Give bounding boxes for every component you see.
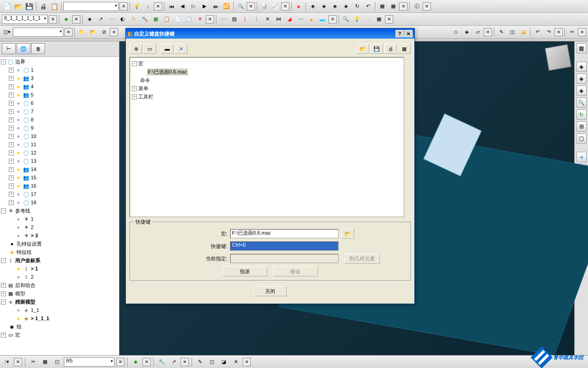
project-dropdown[interactable]: 8_1_1_1_1_1_1 (2, 15, 48, 24)
edit-icon-1[interactable]: ✎ (496, 27, 506, 37)
close-toolbar-12[interactable]: ✕ (64, 28, 73, 36)
rewind-icon[interactable]: ⏮ (166, 1, 176, 12)
shortcut-input[interactable]: Ctrl+E (230, 242, 339, 251)
dlg-exp-macro[interactable]: − (132, 61, 137, 66)
refline-item[interactable]: ●✳1 (1, 215, 118, 223)
path-icon-4[interactable]: ⋮ (251, 14, 261, 24)
explorer-tree[interactable]: −◯边界 +●◯1+●👥3+●👥4+●👥5+●◯6+●◯7+●◯8+●◯9+●◯… (0, 57, 119, 364)
boundary-item[interactable]: +●◯11 (1, 140, 118, 149)
close-toolbar-6[interactable]: ✕ (423, 2, 431, 11)
bulb-icon[interactable]: ● (15, 183, 22, 189)
expander-layers[interactable]: + (1, 283, 6, 288)
expander-boundary[interactable]: − (1, 59, 6, 64)
bulb-icon[interactable]: ● (15, 315, 22, 322)
bulb-icon[interactable]: ● (15, 133, 22, 139)
copy-icon[interactable]: 📋 (49, 1, 59, 12)
dlg-tb-delete-icon[interactable]: ✕ (175, 44, 187, 54)
close-toolbar-16[interactable]: ✕ (578, 28, 586, 36)
play-icon[interactable]: ▷ (188, 1, 198, 12)
dlg-tb-save-icon[interactable]: 💾 (370, 44, 383, 54)
layer-icon-2[interactable]: 📈 (270, 1, 280, 12)
boundary-item[interactable]: +●◯12 (1, 149, 118, 157)
rt-cube3-icon[interactable]: ◈ (577, 86, 587, 96)
cut-icon[interactable]: ✂ (567, 27, 577, 37)
cube-icon-3[interactable]: ◈ (330, 1, 340, 12)
file-open-icon[interactable]: 📂 (13, 1, 23, 12)
cancel-icon[interactable]: ⊘ (99, 27, 109, 37)
file-new-icon[interactable]: 📄 (2, 1, 12, 12)
boundary-item[interactable]: +●👥14 (1, 165, 118, 173)
bulb-icon[interactable]: ● (15, 150, 22, 156)
prev-icon[interactable]: ◀ (177, 1, 187, 12)
expander-residual[interactable]: − (1, 299, 6, 305)
bulb-icon[interactable]: ● (15, 116, 22, 123)
op-icon-10[interactable]: 🕐 (184, 14, 194, 24)
dlg-tb-print-icon[interactable]: 🖨 (384, 44, 397, 54)
close-toolbar-7[interactable]: ✕ (49, 15, 57, 23)
bulb2-icon[interactable]: 💡 (352, 14, 362, 24)
close-toolbar-11[interactable]: ✕ (385, 15, 393, 23)
close-toolbar-15[interactable]: ✕ (554, 28, 563, 36)
dropdown-1[interactable] (63, 2, 119, 11)
boundary-item[interactable]: +●👥4 (1, 82, 118, 91)
dialog-titlebar[interactable]: ◧ 自定义键盘快捷键 ? ✕ (126, 29, 414, 39)
undo-icon[interactable]: ↶ (363, 1, 373, 12)
dlg-macro-file[interactable]: F:\已选面0.6.mac (147, 69, 188, 75)
search-icon[interactable]: 🔍 (236, 1, 246, 12)
status-close-4[interactable]: ✕ (181, 358, 189, 366)
cube-green-icon[interactable]: ◈ (61, 14, 71, 24)
boundary-item[interactable]: +●◯6 (1, 99, 118, 107)
op-icon-3[interactable]: 〰 (107, 14, 117, 24)
close-toolbar-1[interactable]: ✕ (119, 2, 128, 11)
magnet-icon[interactable]: ∩ (363, 14, 373, 24)
close-toolbar-4[interactable]: ✕ (281, 2, 289, 11)
path-icon-5[interactable]: ✕ (262, 14, 272, 24)
bulb-icon[interactable]: ● (15, 191, 22, 197)
dialog-help-button[interactable]: ? (396, 30, 404, 37)
forward-icon[interactable]: ⏭ (210, 1, 220, 12)
dlg-exp-menu[interactable]: + (132, 86, 137, 91)
shape-icon-2[interactable]: ◈ (462, 27, 472, 37)
boundary-item[interactable]: +●◯7 (1, 107, 118, 115)
status-close-3[interactable]: ✕ (142, 358, 151, 366)
op-icon-1[interactable]: ◈ (85, 14, 95, 24)
close-toolbar-8[interactable]: ✕ (72, 15, 80, 23)
filter-dropdown[interactable] (13, 28, 63, 37)
axis-icon[interactable]: ↕ (143, 1, 153, 12)
expander-model[interactable]: + (1, 291, 6, 296)
bulb-icon[interactable]: ● (15, 125, 22, 131)
path-icon-10[interactable]: ▬ (317, 14, 328, 24)
browse-button[interactable]: 📂 (341, 229, 354, 239)
macro-input[interactable]: F:\已选面0.6.mac (230, 229, 339, 238)
rt-blue-icon[interactable]: ◈ (577, 152, 587, 162)
path-icon-7[interactable]: ◢ (284, 14, 294, 24)
folder-icon[interactable]: 📁 (77, 27, 87, 37)
next-icon[interactable]: ▶ (199, 1, 209, 12)
bulb-icon[interactable]: ● (15, 199, 22, 206)
loop-icon[interactable]: 🔁 (221, 1, 232, 12)
op-icon-5[interactable]: ↻ (129, 14, 139, 24)
view-icon-1[interactable]: ▦ (377, 1, 387, 12)
folder2-icon[interactable]: 📂 (88, 27, 98, 37)
close-toolbar-2[interactable]: ✕ (154, 2, 162, 11)
rt-cube1-icon[interactable]: ◈ (577, 62, 587, 72)
layer-icon-1[interactable]: 📊 (259, 1, 269, 12)
status-path-icon[interactable]: ↗ (169, 357, 179, 367)
dlg-menu-node[interactable]: 菜单 (138, 85, 148, 92)
dlg-exp-toolbar[interactable]: + (132, 94, 137, 99)
bulb-icon[interactable]: ● (15, 232, 22, 239)
shape-icon-3[interactable]: ▱ (473, 27, 483, 37)
status-dropdown[interactable]: R5 (64, 357, 114, 367)
shape-icon-1[interactable]: ◇ (451, 27, 461, 37)
expander-macro[interactable]: + (1, 333, 6, 338)
dlg-macro-node[interactable]: 宏 (138, 60, 143, 67)
status-icon-3[interactable]: ◫ (52, 357, 62, 367)
path-icon-6[interactable]: ⋈ (273, 14, 283, 24)
refline-item[interactable]: ●✳2 (1, 223, 118, 231)
view-cube[interactable] (545, 44, 571, 71)
status-edit-icon-2[interactable]: ◫ (207, 357, 217, 367)
zoom-icon[interactable]: 🔍 (341, 14, 351, 24)
ucs-item[interactable]: ●⟟2 (1, 273, 118, 281)
close-button[interactable]: 关闭 (254, 286, 287, 296)
bulb-icon[interactable]: ● (15, 216, 22, 222)
